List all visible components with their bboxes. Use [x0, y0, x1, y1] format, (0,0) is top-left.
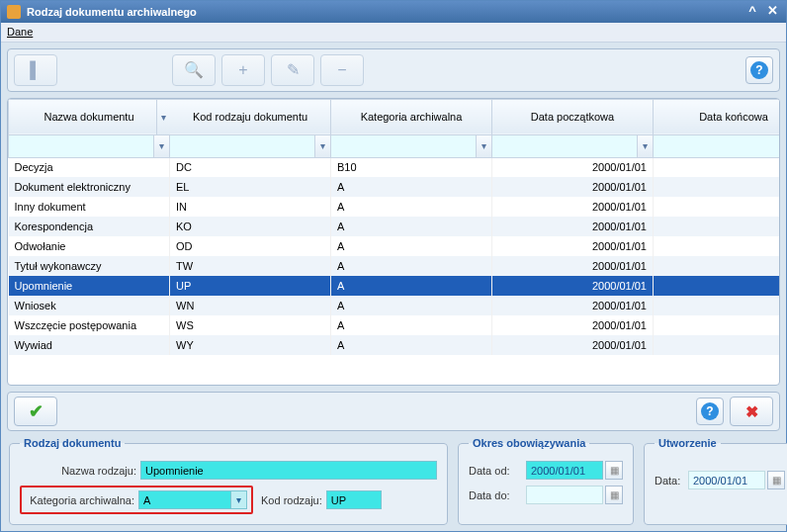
col-header-dk[interactable]: Data końcowa [654, 99, 781, 134]
cell-dp: 2000/01/01 [492, 315, 654, 335]
toolbar-add-button[interactable]: + [221, 54, 265, 86]
table-row[interactable]: OdwołanieODA2000/01/01 [9, 236, 781, 256]
cell-dk [654, 177, 781, 197]
rodzaj-dokumentu-fieldset: Rodzaj dokumentu Nazwa rodzaju: Kategori… [9, 437, 448, 525]
col-header-name[interactable]: Nazwa dokumentu▾ [9, 99, 170, 134]
filter-name-caret[interactable]: ▾ [153, 135, 169, 157]
detail-forms-row: Rodzaj dokumentu Nazwa rodzaju: Kategori… [7, 437, 780, 525]
kod-rodzaju-input[interactable] [326, 490, 382, 509]
magnifier-icon: 🔍 [184, 60, 204, 79]
kod-rodzaju-label: Kod rodzaju: [261, 494, 322, 506]
data-do-picker[interactable]: ▦ [605, 486, 623, 504]
toolbar-edit-button[interactable]: ✎ [271, 54, 314, 86]
cell-dk [654, 197, 781, 217]
cell-dk [654, 157, 781, 177]
cell-dk [654, 335, 781, 355]
cancel-button[interactable]: ✖ [730, 397, 773, 426]
cell-name: Korespondencja [9, 217, 170, 236]
toolbar-help-button[interactable]: ? [745, 56, 773, 84]
action-help-button[interactable]: ? [696, 398, 724, 425]
col-header-dp[interactable]: Data początkowa [492, 99, 654, 134]
confirm-button[interactable]: ✔ [14, 397, 57, 426]
cell-name: Wywiad [9, 335, 170, 355]
filter-kat-caret[interactable]: ▾ [476, 135, 491, 157]
utw-data-picker[interactable]: ▦ [767, 471, 785, 489]
utworzenie-fieldset: Utworzenie Data: ▦ [644, 437, 787, 525]
cell-dp: 2000/01/01 [492, 276, 654, 296]
utw-data-input[interactable] [688, 471, 765, 489]
table-row[interactable]: UpomnienieUPA2000/01/01 [9, 276, 781, 296]
cell-kod: WN [170, 296, 331, 315]
cell-kod: OD [170, 236, 331, 256]
cell-name: Decyzja [9, 157, 170, 177]
cell-kod: WY [170, 335, 331, 355]
kat-archiwalna-dropdown[interactable]: ▾ [231, 490, 247, 509]
utw-data-label: Data: [655, 475, 688, 487]
nazwa-rodzaju-label: Nazwa rodzaju: [20, 465, 140, 477]
filter-kod[interactable] [170, 135, 314, 157]
cell-name: Wszczęcie postępowania [9, 315, 170, 335]
cell-name: Odwołanie [9, 236, 170, 256]
pencil-icon: ✎ [287, 60, 300, 79]
utw-legend: Utworzenie [655, 437, 721, 449]
table-row[interactable]: DecyzjaDCB102000/01/01 [9, 157, 781, 177]
col-menu-name[interactable]: ▾ [156, 100, 170, 134]
cell-dk [654, 236, 781, 256]
kat-archiwalna-input[interactable] [138, 490, 231, 509]
cell-dp: 2000/01/01 [492, 256, 654, 276]
app-icon [7, 5, 21, 19]
filter-dp-caret[interactable]: ▾ [637, 135, 653, 157]
question-icon: ? [750, 61, 768, 79]
table-row[interactable]: WniosekWNA2000/01/01 [9, 296, 781, 315]
filter-kod-caret[interactable]: ▾ [314, 135, 330, 157]
cell-kod: KO [170, 217, 331, 236]
data-do-label: Data do: [469, 489, 526, 501]
data-od-input[interactable] [526, 461, 603, 480]
data-od-picker[interactable]: ▦ [605, 461, 623, 480]
cell-dp: 2000/01/01 [492, 217, 654, 236]
cell-name: Wniosek [9, 296, 170, 315]
table-row[interactable]: Tytuł wykonawczyTWA2000/01/01 [9, 256, 781, 276]
cell-kat: A [331, 177, 492, 197]
cell-kat: A [331, 217, 492, 236]
table-row[interactable]: WywiadWYA2000/01/01 [9, 335, 781, 355]
action-panel: ✔ ? ✖ [7, 392, 780, 431]
minimize-to-tray-button[interactable]: ^ [744, 4, 760, 20]
trash-icon: ▌ [30, 61, 41, 79]
col-header-kat[interactable]: Kategoria archiwalna [331, 99, 492, 134]
kategoria-highlight: Kategoria archiwalna: ▾ [20, 486, 253, 514]
filter-dk[interactable] [654, 135, 780, 157]
menu-dane[interactable]: Dane [7, 26, 33, 38]
filter-kat[interactable] [331, 135, 476, 157]
cell-name: Inny dokument [9, 197, 170, 217]
data-do-input[interactable] [526, 486, 603, 504]
cell-dp: 2000/01/01 [492, 177, 654, 197]
rodzaj-legend: Rodzaj dokumentu [20, 437, 125, 449]
toolbar-remove-button[interactable]: − [320, 54, 364, 86]
cell-kod: DC [170, 157, 331, 177]
cell-dk [654, 217, 781, 236]
filter-dp[interactable] [492, 135, 637, 157]
toolbar: ▌ 🔍 + ✎ − ? [7, 48, 780, 92]
table-row[interactable]: KorespondencjaKOA2000/01/01 [9, 217, 781, 236]
filter-name[interactable] [9, 135, 153, 157]
toolbar-search-button[interactable]: 🔍 [172, 54, 216, 86]
nazwa-rodzaju-input[interactable] [140, 461, 437, 480]
table-row[interactable]: Inny dokumentINA2000/01/01 [9, 197, 781, 217]
data-table-panel: Nazwa dokumentu▾ Kod rodzaju dokumentu K… [7, 98, 780, 387]
cell-kat: A [331, 276, 492, 296]
cell-kod: EL [170, 177, 331, 197]
table-row[interactable]: Wszczęcie postępowaniaWSA2000/01/01 [9, 315, 781, 335]
titlebar: Rodzaj dokumentu archiwalnego ^ ✕ [1, 1, 786, 23]
cell-dk [654, 315, 781, 335]
plus-icon: + [238, 61, 247, 79]
close-window-button[interactable]: ✕ [764, 4, 780, 20]
toolbar-delete-button[interactable]: ▌ [14, 54, 57, 86]
cell-dp: 2000/01/01 [492, 236, 654, 256]
cell-kod: IN [170, 197, 331, 217]
cell-dp: 2000/01/01 [492, 197, 654, 217]
table-row[interactable]: Dokument elektronicznyELA2000/01/01 [9, 177, 781, 197]
col-header-kod[interactable]: Kod rodzaju dokumentu [170, 99, 331, 134]
cell-kat: A [331, 315, 492, 335]
question-icon: ? [701, 402, 719, 420]
